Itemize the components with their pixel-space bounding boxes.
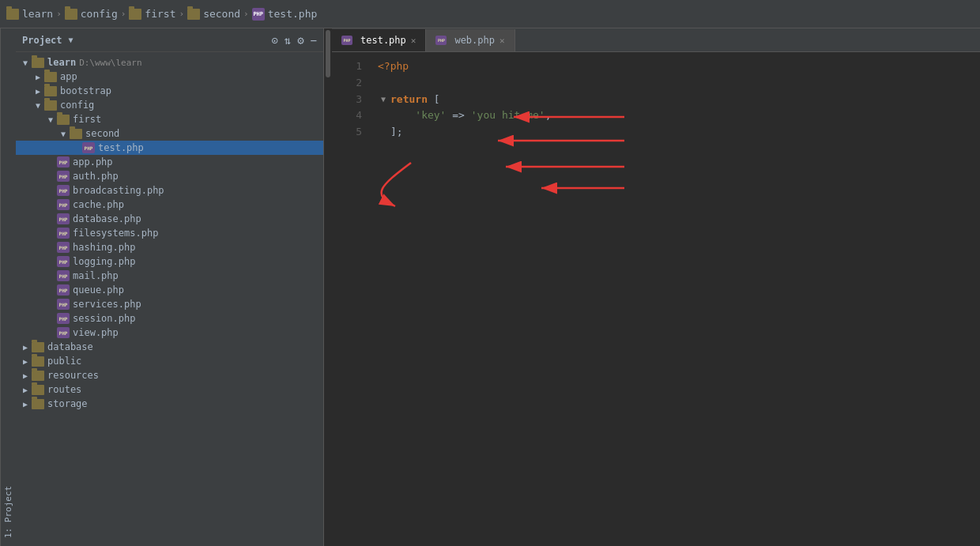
tree-item-queuephp[interactable]: PHP queue.php	[16, 283, 323, 297]
folder-icon	[32, 342, 44, 352]
tab-testphp-label: test.php	[360, 35, 406, 46]
tree-label: bootstrap	[60, 85, 111, 96]
expand-arrow: ▶	[19, 400, 32, 409]
code-token: return	[390, 92, 428, 108]
tree-item-routes[interactable]: ▶ routes	[16, 382, 323, 397]
expand-arrow: ▶	[32, 73, 44, 81]
tab-webphp-close[interactable]: ✕	[499, 36, 505, 46]
tree-item-public[interactable]: ▶ public	[16, 354, 323, 368]
php-file-icon: PHP	[57, 199, 70, 210]
code-area[interactable]: 1 2 3 4 5 <?php ▼ return	[332, 52, 980, 546]
sidebar-toggle[interactable]: 1: Project	[0, 28, 16, 546]
tree-item-mailphp[interactable]: PHP mail.php	[16, 269, 323, 283]
settings-icon[interactable]: ⚙	[297, 34, 303, 47]
php-file-icon: PHP	[57, 171, 70, 182]
code-token: ];	[390, 124, 403, 141]
tree-item-servicesphp[interactable]: PHP services.php	[16, 297, 323, 311]
code-token	[378, 75, 384, 92]
php-file-icon: PHP	[57, 256, 70, 267]
tree-label: app.php	[73, 156, 113, 168]
sep4: ›	[243, 9, 249, 19]
tab-webphp-label: web.php	[454, 35, 495, 46]
folder-icon	[32, 385, 44, 395]
code-token: 'key'	[415, 107, 446, 124]
breadcrumb-config[interactable]: config	[65, 8, 118, 20]
sep2: ›	[121, 9, 126, 19]
tree-label: auth.php	[73, 171, 119, 182]
breadcrumb-learn[interactable]: learn	[6, 8, 53, 20]
tree-item-cachephp[interactable]: PHP cache.php	[16, 198, 323, 212]
sidebar-tab-label: 1: Project	[3, 486, 13, 538]
code-token	[465, 107, 471, 124]
tree-item-testphp[interactable]: PHP test.php	[16, 141, 323, 155]
breadcrumb-testphp[interactable]: PHP test.php	[252, 8, 318, 21]
expand-arrow: ▶	[19, 371, 32, 380]
tree-item-learn[interactable]: ▼ learn D:\www\learn	[16, 55, 323, 70]
tree-item-loggingphp[interactable]: PHP logging.php	[16, 254, 323, 269]
tree-item-sessionphp[interactable]: PHP session.php	[16, 311, 323, 326]
tree-item-resources[interactable]: ▶ resources	[16, 368, 323, 382]
tree-item-databasephp[interactable]: PHP database.php	[16, 212, 323, 226]
expand-arrow: ▼	[44, 115, 57, 124]
folder-icon	[44, 86, 57, 96]
tree-label: database	[47, 341, 93, 352]
fold-icon[interactable]: ▼	[378, 93, 389, 106]
tree-item-app[interactable]: ▶ app	[16, 70, 323, 84]
tree-item-appphp[interactable]: PHP app.php	[16, 155, 323, 169]
folder-icon	[32, 356, 44, 367]
code-token: [	[434, 92, 440, 108]
expand-arrow: ▼	[32, 101, 44, 110]
code-line-2	[378, 75, 980, 92]
folder-icon	[187, 9, 200, 20]
tab-testphp[interactable]: PHP test.php ✕	[332, 29, 426, 51]
tree-label: learn	[47, 57, 76, 68]
tab-webphp[interactable]: PHP web.php ✕	[426, 29, 514, 51]
project-header: Project ▼ ⊙ ⇅ ⚙ −	[16, 28, 323, 52]
tree-item-storage[interactable]: ▶ storage	[16, 397, 323, 411]
sep3: ›	[179, 9, 185, 19]
php-file-icon: PHP	[57, 185, 70, 196]
breadcrumb-first-label: first	[145, 8, 175, 20]
tree-item-database[interactable]: ▶ database	[16, 340, 323, 354]
folder-icon	[32, 399, 44, 409]
breadcrumb-second[interactable]: second	[187, 8, 240, 20]
dropdown-icon[interactable]: ▼	[69, 36, 74, 44]
folder-icon	[32, 371, 44, 381]
tree-label: session.php	[73, 313, 135, 324]
tree-item-authphp[interactable]: PHP auth.php	[16, 169, 323, 183]
code-token: <?php	[378, 58, 409, 75]
folder-icon	[6, 9, 19, 20]
tree-item-bootstrap[interactable]: ▶ bootstrap	[16, 84, 323, 98]
tree-item-broadcastingphp[interactable]: PHP broadcasting.php	[16, 183, 323, 198]
tab-testphp-close[interactable]: ✕	[411, 36, 416, 46]
breadcrumb-first[interactable]: first	[129, 8, 175, 20]
php-tab-icon: PHP	[435, 36, 447, 45]
minimize-icon[interactable]: −	[311, 34, 317, 47]
vertical-scrollbar[interactable]	[324, 28, 332, 546]
tree-label: test.php	[98, 142, 144, 153]
php-file-icon: PHP	[252, 8, 265, 21]
expand-arrow: ▼	[57, 130, 70, 138]
php-file-icon: PHP	[57, 228, 70, 239]
folder-icon	[44, 100, 57, 111]
php-file-icon: PHP	[57, 270, 70, 281]
locate-icon[interactable]: ⊙	[271, 34, 277, 47]
tree-item-hashingphp[interactable]: PHP hashing.php	[16, 240, 323, 254]
tree-label: app	[60, 71, 77, 82]
php-file-icon: PHP	[57, 313, 70, 324]
php-file-icon: PHP	[57, 284, 70, 296]
tree-item-second[interactable]: ▼ second	[16, 126, 323, 141]
tree-label: queue.php	[73, 284, 124, 296]
breadcrumb-bar: learn › config › first › second › PHP te…	[0, 0, 980, 28]
tree-label: database.php	[73, 213, 141, 224]
tree-item-viewphp[interactable]: PHP view.php	[16, 326, 323, 340]
tree-item-filesystemsphp[interactable]: PHP filesystems.php	[16, 226, 323, 240]
folder-icon	[129, 9, 141, 20]
tree-item-first[interactable]: ▼ first	[16, 112, 323, 126]
collapse-icon[interactable]: ⇅	[285, 34, 291, 47]
scroll-thumb[interactable]	[326, 30, 330, 77]
code-token	[428, 92, 434, 108]
editor-tabs: PHP test.php ✕ PHP web.php ✕	[332, 28, 980, 52]
tree-item-config[interactable]: ▼ config	[16, 98, 323, 112]
editor-area: PHP test.php ✕ PHP web.php ✕ 1 2 3 4 5	[332, 28, 980, 546]
